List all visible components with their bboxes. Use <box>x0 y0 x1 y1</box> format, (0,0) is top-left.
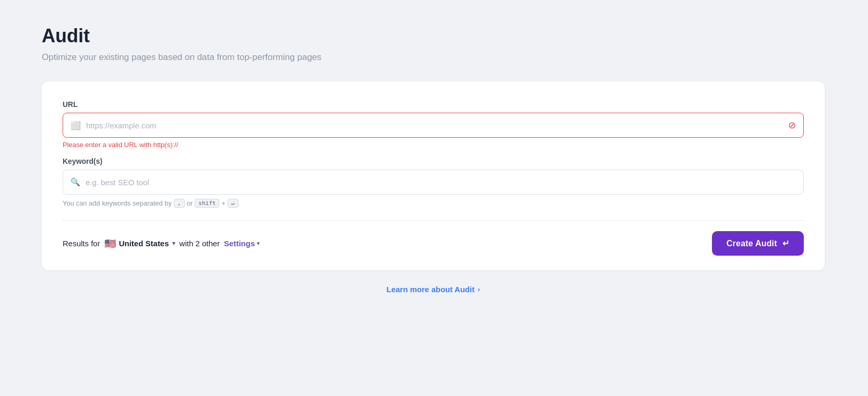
browser-icon: ⬜ <box>70 121 81 130</box>
enter-icon: ↵ <box>782 238 789 248</box>
keywords-hint: You can add keywords separated by , or s… <box>63 199 804 208</box>
country-flag: 🇺🇸 <box>104 238 116 249</box>
results-for-section: Results for 🇺🇸 United States ▾ with 2 ot… <box>63 238 260 249</box>
search-icon: 🔍 <box>70 177 80 187</box>
card-footer: Results for 🇺🇸 United States ▾ with 2 ot… <box>63 231 804 256</box>
page-title: Audit <box>42 25 90 47</box>
results-for-label: Results for <box>63 239 100 248</box>
error-icon: ⊘ <box>788 119 796 131</box>
url-error-message: Please enter a valid URL with http(s):// <box>63 141 804 149</box>
comma-key: , <box>174 199 185 208</box>
shift-key: shift <box>195 199 219 208</box>
url-label: URL <box>63 100 804 109</box>
learn-more-text: Learn more about Audit <box>387 285 475 294</box>
settings-link: Settings <box>224 239 255 248</box>
chevron-right-icon: › <box>478 285 480 293</box>
enter-key: ↵ <box>228 199 239 208</box>
keywords-input-wrapper: 🔍 <box>63 170 804 195</box>
page-subtitle: Optimize your existing pages based on da… <box>42 52 322 63</box>
country-dropdown[interactable]: 🇺🇸 United States ▾ <box>104 238 175 249</box>
divider <box>63 220 804 221</box>
url-input-wrapper: ⬜ ⊘ <box>63 113 804 138</box>
keywords-input[interactable] <box>86 178 796 187</box>
hint-plus: + <box>221 199 225 207</box>
keywords-label: Keyword(s) <box>63 157 804 165</box>
settings-prefix: with 2 other <box>180 239 220 248</box>
audit-card: URL ⬜ ⊘ Please enter a valid URL with ht… <box>42 81 825 270</box>
hint-text-or: or <box>187 199 193 207</box>
create-audit-label: Create Audit <box>727 239 777 248</box>
settings-dropdown[interactable]: Settings ▾ <box>224 239 260 248</box>
learn-more-section: Learn more about Audit › <box>42 285 825 294</box>
hint-text-prefix: You can add keywords separated by <box>63 199 172 207</box>
url-input[interactable] <box>86 121 788 130</box>
learn-more-link[interactable]: Learn more about Audit › <box>387 285 480 294</box>
settings-chevron-icon: ▾ <box>257 240 260 247</box>
country-chevron-icon: ▾ <box>172 240 175 247</box>
country-name: United States <box>119 239 169 248</box>
create-audit-button[interactable]: Create Audit ↵ <box>712 231 804 256</box>
